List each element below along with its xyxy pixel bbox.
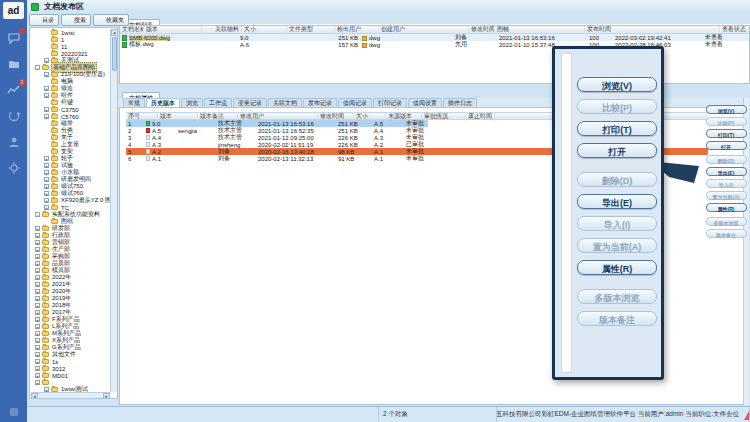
column-header[interactable]: 大小: [354, 112, 386, 121]
action-button[interactable]: 浏览(V): [577, 77, 657, 92]
scroll-right-icon[interactable]: ►: [103, 393, 110, 399]
version-action-button[interactable]: 置为当前(A): [706, 191, 747, 200]
column-header[interactable]: 检出用户: [335, 25, 379, 34]
column-header[interactable]: 废止时间: [466, 112, 495, 121]
version-action-button[interactable]: 属性(R): [706, 203, 747, 212]
expander-icon[interactable]: +: [44, 191, 49, 196]
props-tab-item[interactable]: 历史版本: [146, 98, 180, 107]
action-button[interactable]: 导入(I): [577, 216, 657, 231]
version-action-button[interactable]: 比较(P): [706, 117, 747, 126]
activity-icon[interactable]: 2: [7, 83, 21, 97]
tree-node[interactable]: + XF920磨头YZ 0 图纸: [31, 197, 110, 204]
expander-icon[interactable]: +: [44, 86, 49, 91]
expander-icon[interactable]: +: [44, 170, 49, 175]
version-action-button[interactable]: 删除(D): [706, 155, 747, 164]
props-tab-item[interactable]: 关联文档: [268, 98, 302, 107]
tree-node[interactable]: + C3750: [31, 106, 110, 113]
props-tab-item[interactable]: 浏览: [181, 98, 203, 107]
expander-icon[interactable]: +: [44, 177, 49, 182]
expander-icon[interactable]: +: [35, 331, 40, 336]
version-action-button[interactable]: 打印(T): [706, 129, 747, 138]
expander-icon[interactable]: +: [44, 198, 49, 203]
tree-toolbar-tab[interactable]: 目录: [29, 14, 59, 26]
column-header[interactable]: 序号: [126, 112, 158, 121]
props-tab-item[interactable]: 打印记录: [373, 98, 407, 107]
column-header[interactable]: 图幅: [495, 25, 585, 34]
tree-node[interactable]: 纤键: [31, 99, 110, 106]
props-tab-item[interactable]: 借阅设置: [408, 98, 442, 107]
expander-icon[interactable]: +: [35, 261, 40, 266]
props-tab-item[interactable]: 变更记录: [233, 98, 267, 107]
column-header[interactable]: 版本: [158, 112, 198, 121]
column-header[interactable]: 发布时间: [585, 25, 720, 34]
expander-icon[interactable]: +: [35, 275, 40, 280]
column-header[interactable]: 大小: [242, 25, 287, 34]
expander-icon[interactable]: +: [35, 240, 40, 245]
expander-icon[interactable]: +: [35, 226, 40, 231]
column-header[interactable]: 关联物料: [202, 25, 242, 34]
expander-icon[interactable]: +: [35, 338, 40, 343]
props-tab-item[interactable]: 常规: [123, 98, 145, 107]
expander-icon[interactable]: +: [35, 289, 40, 294]
version-action-button[interactable]: 导入(I): [706, 179, 747, 188]
messages-icon[interactable]: [7, 31, 21, 45]
action-button[interactable]: 打印(T): [577, 121, 657, 136]
expander-icon[interactable]: +: [44, 163, 49, 168]
expander-icon[interactable]: +: [35, 366, 40, 371]
scroll-left-icon[interactable]: ◄: [31, 393, 38, 399]
sync-icon[interactable]: [7, 109, 21, 123]
expander-icon[interactable]: +: [35, 359, 40, 364]
expander-icon[interactable]: +: [35, 268, 40, 273]
action-button[interactable]: 导出(E): [577, 194, 657, 209]
props-tab-item[interactable]: 发布记录: [303, 98, 337, 107]
settings-gear-icon[interactable]: [7, 161, 21, 175]
tree-node[interactable]: + 1s: [31, 358, 110, 365]
expander-icon[interactable]: -: [35, 65, 40, 70]
tree-node[interactable]: 11: [31, 43, 110, 50]
tree-toolbar-tab[interactable]: 搜索: [61, 14, 91, 26]
expander-icon[interactable]: +: [35, 317, 40, 322]
expander-icon[interactable]: +: [44, 114, 49, 119]
expander-icon[interactable]: +: [35, 254, 40, 259]
documents-icon[interactable]: [7, 57, 21, 71]
version-action-button[interactable]: 多版本浏览: [706, 217, 747, 226]
expander-icon[interactable]: +: [35, 233, 40, 238]
props-tab-item[interactable]: 借阅记录: [338, 98, 372, 107]
expander-icon[interactable]: +: [44, 205, 49, 210]
resize-grip-icon[interactable]: [744, 411, 749, 420]
expander-icon[interactable]: +: [35, 296, 40, 301]
tree-node[interactable]: + 3012: [31, 365, 110, 372]
expander-icon[interactable]: +: [35, 380, 40, 385]
expander-icon[interactable]: +: [35, 324, 40, 329]
column-header[interactable]: 文件类型: [287, 25, 335, 34]
tree-node[interactable]: 1wisi: [31, 29, 110, 36]
version-action-button[interactable]: 浏览(V): [706, 105, 747, 114]
tree-horizontal-scrollbar[interactable]: ◄ ►: [31, 392, 110, 398]
props-tab-item[interactable]: 操作日志: [443, 98, 477, 107]
expander-icon[interactable]: +: [35, 352, 40, 357]
expander-icon[interactable]: +: [44, 184, 49, 189]
users-icon[interactable]: [7, 135, 21, 149]
props-tab-item[interactable]: 工作流: [204, 98, 232, 107]
action-button[interactable]: 版本备注: [577, 311, 657, 326]
expander-icon[interactable]: +: [44, 107, 49, 112]
expander-icon[interactable]: +: [44, 156, 49, 161]
scrollbar-thumb[interactable]: [112, 37, 117, 71]
expander-icon[interactable]: +: [35, 303, 40, 308]
tree-vertical-scrollbar[interactable]: ▲: [110, 29, 117, 392]
version-action-button[interactable]: 版本备注: [706, 229, 747, 238]
expander-icon[interactable]: +: [35, 247, 40, 252]
column-header[interactable]: 修改时间: [318, 112, 354, 121]
expander-icon[interactable]: -: [35, 212, 40, 217]
action-button[interactable]: 置为当前(A): [577, 238, 657, 253]
expander-icon[interactable]: +: [44, 93, 49, 98]
expander-icon[interactable]: +: [35, 310, 40, 315]
tree-toolbar-tab[interactable]: 收藏夹: [93, 14, 129, 26]
expander-icon[interactable]: +: [44, 58, 49, 63]
action-button[interactable]: 属性(R): [577, 260, 657, 275]
expander-icon[interactable]: +: [44, 72, 49, 77]
version-action-button[interactable]: 打开: [706, 141, 747, 150]
column-header[interactable]: 版本: [144, 25, 202, 34]
tree-node[interactable]: + MD01: [31, 372, 110, 379]
action-button[interactable]: 删除(D): [577, 172, 657, 187]
